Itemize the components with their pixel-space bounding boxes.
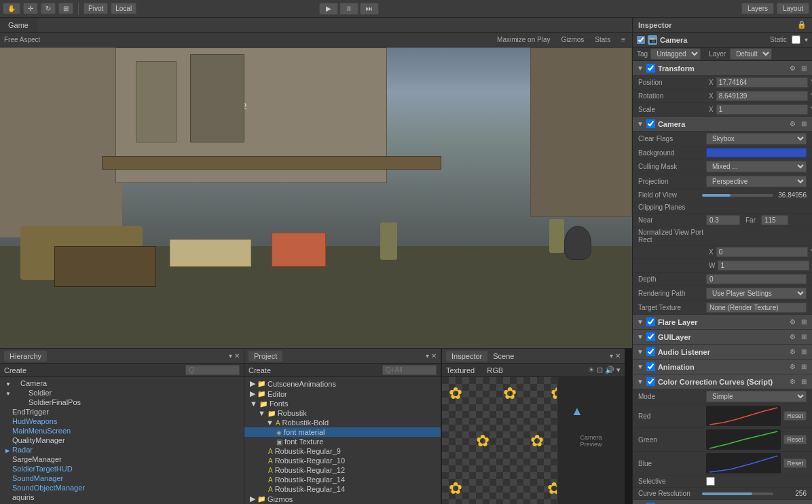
- green-curve[interactable]: [706, 429, 781, 450]
- render-path-dropdown[interactable]: Use Player Settings: [706, 288, 807, 299]
- project-item-editor[interactable]: ▶📁Editor: [244, 389, 441, 399]
- layout-dropdown[interactable]: Layout: [777, 3, 809, 14]
- hierarchy-item-soldiertargethud[interactable]: SoldierTargetHUD: [0, 464, 244, 473]
- gui-expand-btn[interactable]: ⊞: [800, 333, 808, 341]
- audio-active-checkbox[interactable]: [646, 347, 655, 356]
- project-item-robustik-reg-14a[interactable]: ARobustik-Regular_14: [244, 475, 441, 484]
- tab-game[interactable]: Game: [0, 18, 37, 32]
- flare-settings-btn[interactable]: ⚙: [788, 318, 797, 326]
- blue-reset-btn[interactable]: Reset: [783, 459, 807, 468]
- step-btn[interactable]: ⏭: [360, 3, 379, 15]
- project-item-robustik-reg-10[interactable]: ARobustik-Regular_10: [244, 456, 441, 465]
- transform-settings-btn[interactable]: ⚙: [788, 64, 797, 72]
- near-input[interactable]: [706, 215, 740, 225]
- vp-w-input[interactable]: [718, 260, 809, 271]
- transform-header[interactable]: ▼ Transform ⚙ ⊞: [633, 61, 812, 76]
- vp-x-input[interactable]: [716, 247, 808, 257]
- project-create-btn[interactable]: Create: [248, 366, 271, 374]
- selective-checkbox[interactable]: [706, 477, 715, 486]
- camera-expand-btn[interactable]: ⊞: [800, 120, 808, 128]
- static-dropdown-arrow[interactable]: ▾: [805, 36, 808, 43]
- hierarchy-item-soldierfinalpos[interactable]: SoldierFinalPos: [0, 398, 244, 407]
- scale-x-input[interactable]: [716, 104, 808, 115]
- blue-curve[interactable]: [706, 453, 781, 473]
- tab-bottom-inspector[interactable]: Inspector: [446, 351, 487, 362]
- project-item-cutscene[interactable]: ▶📁CutsceneAnimations: [244, 379, 441, 389]
- tag-dropdown[interactable]: Untagged: [650, 48, 701, 60]
- hierarchy-item-sargemanager[interactable]: SargeManager: [0, 454, 244, 464]
- anim-expand-btn[interactable]: ⊞: [800, 363, 808, 370]
- stats-btn[interactable]: Stats: [592, 36, 613, 43]
- object-active-checkbox[interactable]: [637, 36, 645, 44]
- hierarchy-item-aquiris[interactable]: aquiris: [0, 492, 244, 502]
- layers-dropdown[interactable]: Layers: [741, 3, 774, 14]
- far-input[interactable]: [761, 215, 788, 225]
- project-item-robustik-bold[interactable]: ▼ARobustik-Bold: [244, 418, 441, 427]
- local-btn[interactable]: Local: [111, 3, 136, 14]
- bottom-inspector-collapse-btn[interactable]: ▾ ✕: [610, 352, 621, 360]
- rot-x-input[interactable]: [716, 91, 808, 101]
- rotate-tool-btn[interactable]: ↻: [41, 3, 56, 14]
- red-curve[interactable]: [706, 406, 781, 426]
- gizmos-btn[interactable]: Gizmos: [558, 36, 587, 43]
- hierarchy-create-btn[interactable]: Create: [4, 366, 26, 374]
- audio-listener-header[interactable]: ▼ Audio Listener ⚙ ⊞: [633, 345, 812, 360]
- transform-expand-btn[interactable]: ⊞: [800, 64, 808, 72]
- hierarchy-item-mainmenuscreen[interactable]: MainMenuScreen: [0, 426, 244, 435]
- green-reset-btn[interactable]: Reset: [783, 435, 807, 444]
- depth-input[interactable]: [706, 274, 807, 284]
- project-search-input[interactable]: [382, 365, 437, 375]
- hierarchy-item-soundmanager[interactable]: SoundManager: [0, 473, 244, 483]
- bottom-inspector-icons[interactable]: ☀ ⊡ 🔊 ▾: [588, 366, 621, 374]
- flare-expand-btn[interactable]: ⊞: [800, 318, 808, 326]
- hierarchy-item-soldier[interactable]: ▼Soldier: [0, 388, 244, 398]
- tab-hierarchy[interactable]: Hierarchy: [4, 351, 47, 362]
- transform-checkbox[interactable]: [646, 64, 655, 73]
- gui-settings-btn[interactable]: ⚙: [788, 333, 797, 341]
- animation-header[interactable]: ▼ Animation ⚙ ⊞: [633, 360, 812, 374]
- flare-layer-header[interactable]: ▼ Flare Layer ⚙ ⊞: [633, 315, 812, 330]
- collapse-btn[interactable]: ≡: [619, 36, 628, 43]
- scale-tool-btn[interactable]: ⊞: [58, 3, 73, 14]
- cc-active-checkbox[interactable]: [646, 377, 655, 386]
- clear-flags-dropdown[interactable]: Skybox: [706, 133, 807, 144]
- anim-active-checkbox[interactable]: [646, 362, 655, 371]
- color-correction-header[interactable]: ▼ Color Correction Curves (Script) ⚙ ⊞: [633, 374, 812, 389]
- hierarchy-item-camera[interactable]: ▼Camera: [0, 379, 244, 388]
- fov-slider[interactable]: [702, 194, 773, 197]
- hand-tool-btn[interactable]: ✋: [3, 3, 20, 14]
- pos-x-input[interactable]: [716, 77, 808, 88]
- flare-active-checkbox[interactable]: [646, 317, 655, 326]
- cc-mode-dropdown[interactable]: Simple: [706, 391, 807, 402]
- layer-dropdown[interactable]: Default: [730, 48, 772, 60]
- hierarchy-item-qualitymanager[interactable]: QualityManager: [0, 435, 244, 445]
- gui-active-checkbox[interactable]: [646, 332, 655, 341]
- red-reset-btn[interactable]: Reset: [783, 411, 807, 421]
- pivot-btn[interactable]: Pivot: [84, 3, 108, 14]
- hierarchy-item-soundobjectmanager[interactable]: SoundObjectManager: [0, 483, 244, 492]
- maximize-on-play-btn[interactable]: Maximize on Play: [494, 36, 553, 43]
- audio-settings-btn[interactable]: ⚙: [788, 348, 797, 355]
- gui-layer-header[interactable]: ▼ GUILayer ⚙ ⊞: [633, 330, 812, 345]
- project-item-robustik-reg-14b[interactable]: ARobustik-Regular_14: [244, 484, 441, 494]
- hierarchy-item-endtrigger[interactable]: EndTrigger: [0, 407, 244, 416]
- camera-active-checkbox[interactable]: [646, 119, 655, 128]
- audio-expand-btn[interactable]: ⊞: [800, 348, 808, 355]
- static-checkbox[interactable]: [792, 35, 800, 44]
- camera-settings-btn[interactable]: ⚙: [788, 120, 797, 128]
- project-item-gizmos[interactable]: ▶📁Gizmos: [244, 494, 441, 504]
- project-item-font-material[interactable]: ◈font material: [244, 427, 441, 437]
- background-color[interactable]: [706, 148, 807, 157]
- culling-mask-dropdown[interactable]: Mixed ...: [706, 161, 807, 172]
- project-item-robustik[interactable]: ▼📁Robustik: [244, 408, 441, 418]
- hierarchy-item-hudweapons[interactable]: HudWeapons: [0, 416, 244, 426]
- project-item-robustik-reg-9[interactable]: ARobustik-Regular_9: [244, 446, 441, 456]
- projection-dropdown[interactable]: Perspective: [706, 176, 807, 187]
- tab-project[interactable]: Project: [248, 351, 282, 362]
- tab-bottom-scene[interactable]: Scene: [487, 351, 519, 362]
- curve-resolution-slider[interactable]: [702, 492, 773, 495]
- hierarchy-collapse-btn[interactable]: ▾ ✕: [229, 352, 240, 360]
- project-item-fonts[interactable]: ▼📁Fonts: [244, 399, 441, 408]
- pause-btn[interactable]: ⏸: [339, 3, 358, 15]
- anim-settings-btn[interactable]: ⚙: [788, 363, 797, 370]
